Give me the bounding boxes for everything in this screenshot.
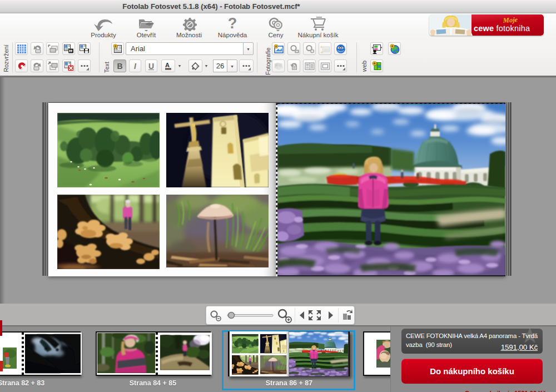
svg-text:A: A	[165, 61, 170, 68]
